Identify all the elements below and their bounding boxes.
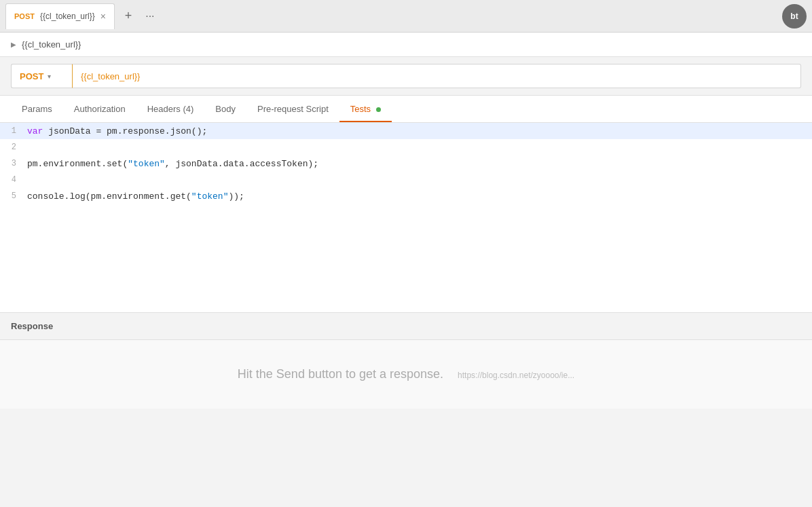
code-line-4: 4 xyxy=(0,172,812,188)
line-number: 1 xyxy=(0,126,24,136)
tab-add-button[interactable]: + xyxy=(117,5,139,27)
bottom-area: Hit the Send button to get a response. h… xyxy=(0,340,812,409)
tab-close-button[interactable]: × xyxy=(100,12,106,21)
code-line-3: 3 pm.environment.set("token", jsonData.d… xyxy=(0,155,812,172)
breadcrumb-arrow: ▶ xyxy=(11,41,16,48)
line-content: var jsonData = pm.response.json(); xyxy=(24,126,812,136)
tab-authorization[interactable]: Authorization xyxy=(63,96,136,122)
tab-more-button[interactable]: ··· xyxy=(139,5,161,27)
avatar: bt xyxy=(782,4,807,29)
tests-dot-icon xyxy=(376,107,381,112)
line-content: pm.environment.set("token", jsonData.dat… xyxy=(24,159,812,169)
tab-item[interactable]: POST {{cl_token_url}} × xyxy=(5,3,115,29)
method-select[interactable]: POST ▾ xyxy=(11,64,72,88)
tab-title: {{cl_token_url}} xyxy=(40,12,95,21)
line-number: 4 xyxy=(0,175,24,185)
code-editor[interactable]: 1 var jsonData = pm.response.json(); 2 3… xyxy=(0,123,812,313)
line-number: 5 xyxy=(0,191,24,201)
code-line-1: 1 var jsonData = pm.response.json(); xyxy=(0,123,812,139)
breadcrumb: ▶ {{cl_token_url}} xyxy=(0,33,812,57)
code-line-5: 5 console.log(pm.environment.get("token"… xyxy=(0,188,812,204)
chevron-down-icon: ▾ xyxy=(48,73,51,80)
request-tabs: Params Authorization Headers (4) Body Pr… xyxy=(0,96,812,123)
url-bar: POST ▾ xyxy=(0,57,812,96)
tab-params[interactable]: Params xyxy=(11,96,63,122)
breadcrumb-text: {{cl_token_url}} xyxy=(22,39,81,50)
send-hint: Hit the Send button to get a response. h… xyxy=(238,367,574,381)
headers-badge: (4) xyxy=(183,104,193,114)
tab-headers[interactable]: Headers (4) xyxy=(136,96,205,122)
method-text: POST xyxy=(20,71,43,81)
url-hint: https://blog.csdn.net/zyoooo/ie... xyxy=(458,371,574,380)
code-line-2: 2 xyxy=(0,139,812,155)
tab-tests[interactable]: Tests xyxy=(339,96,392,122)
url-input[interactable] xyxy=(72,64,801,88)
tab-method-badge: POST xyxy=(14,12,35,20)
line-number: 2 xyxy=(0,143,24,152)
tab-body[interactable]: Body xyxy=(204,96,246,122)
line-content: console.log(pm.environment.get("token"))… xyxy=(24,191,812,202)
tab-prerequest[interactable]: Pre-request Script xyxy=(246,96,339,122)
response-label: Response xyxy=(11,321,53,331)
response-section: Response xyxy=(0,313,812,340)
line-number: 3 xyxy=(0,159,24,168)
tab-bar: POST {{cl_token_url}} × + ··· bt xyxy=(0,0,812,33)
